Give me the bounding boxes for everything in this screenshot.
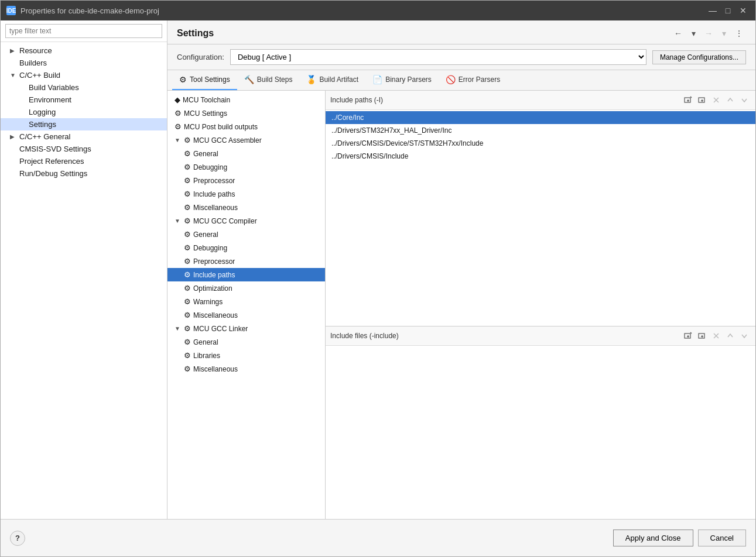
tool-tree-link-general[interactable]: ⚙ General [167, 335, 325, 349]
tool-tree-asm-debugging[interactable]: ⚙ Debugging [167, 160, 325, 174]
include-files-move-up-btn[interactable] [724, 329, 737, 342]
path-value-cmsis-device: ../Drivers/CMSIS/Device/ST/STM32H7xx/Inc… [331, 139, 483, 147]
tool-tree-comp-include-paths[interactable]: ⚙ Include paths [167, 268, 325, 281]
sidebar-item-cpp-build[interactable]: ▼ C/C++ Build [1, 69, 167, 81]
tool-tree-asm-misc[interactable]: ⚙ Miscellaneous [167, 201, 325, 214]
right-content: Include paths (-I) [326, 91, 755, 519]
comp-preprocessor-icon: ⚙ [184, 257, 191, 266]
config-select[interactable]: Debug [ Active ] [230, 49, 646, 65]
sidebar: ▶ Resource Builders ▼ C/C++ Build Build … [1, 20, 167, 519]
tool-tree-label-comp-general: General [193, 231, 218, 239]
tool-tree-mcu-gcc-compiler[interactable]: ▼ ⚙ MCU GCC Compiler [167, 214, 325, 228]
nav-back-dropdown-button[interactable]: ▾ [686, 26, 700, 40]
tool-tree-comp-preprocessor[interactable]: ⚙ Preprocessor [167, 255, 325, 268]
tab-error-parsers-label: Error Parsers [459, 75, 500, 84]
sidebar-item-label-build-vars: Build Variables [29, 83, 79, 92]
include-paths-move-down-btn[interactable] [738, 94, 751, 106]
toolchain-icon: ◆ [175, 95, 180, 104]
include-paths-header: Include paths (-I) [326, 91, 755, 110]
tool-tree-label-mcu-post-build: MCU Post build outputs [184, 123, 258, 131]
tool-tree-link-misc[interactable]: ⚙ Miscellaneous [167, 362, 325, 376]
tool-settings-icon: ⚙ [179, 75, 187, 84]
minimize-button[interactable]: — [706, 4, 719, 17]
include-paths-delete-btn[interactable] [710, 94, 723, 106]
nav-forward-dropdown-button[interactable]: ▾ [717, 26, 731, 40]
tab-binary-parsers[interactable]: 📄 Binary Parsers [365, 70, 439, 90]
sidebar-item-build-vars[interactable]: Build Variables [1, 81, 167, 94]
sidebar-item-cpp-general[interactable]: ▶ C/C++ General [1, 130, 167, 143]
nav-back-button[interactable]: ← [671, 26, 685, 40]
tab-build-steps[interactable]: 🔨 Build Steps [237, 70, 300, 90]
include-files-delete-btn[interactable] [710, 329, 723, 342]
tool-tree-mcu-toolchain[interactable]: ◆ MCU Toolchain [167, 93, 325, 106]
sidebar-item-project-refs[interactable]: Project References [1, 155, 167, 167]
include-files-add-workspace-btn[interactable] [696, 329, 709, 342]
tabs-row: ⚙ Tool Settings 🔨 Build Steps 🏅 Build Ar… [167, 70, 755, 91]
include-paths-move-up-btn[interactable] [724, 94, 737, 106]
sidebar-item-cmsis-svd[interactable]: CMSIS-SVD Settings [1, 143, 167, 155]
tool-tree-mcu-post-build[interactable]: ⚙ MCU Post build outputs [167, 120, 325, 133]
path-item-cmsis-device[interactable]: ../Drivers/CMSIS/Device/ST/STM32H7xx/Inc… [326, 137, 755, 150]
include-paths-section: Include paths (-I) [326, 91, 755, 326]
delete-icon [712, 96, 720, 104]
close-button[interactable]: ✕ [737, 4, 750, 17]
manage-configurations-button[interactable]: Manage Configurations... [652, 50, 746, 64]
tool-tree-comp-general[interactable]: ⚙ General [167, 228, 325, 241]
include-files-move-down-btn[interactable] [738, 329, 751, 342]
tool-tree-label-comp-debugging: Debugging [193, 244, 227, 252]
tool-tree-label-asm-general: General [193, 150, 218, 158]
path-item-cmsis-include[interactable]: ../Drivers/CMSIS/Include [326, 150, 755, 163]
tab-build-steps-label: Build Steps [257, 75, 293, 84]
sidebar-item-label-builders: Builders [19, 59, 47, 67]
help-button[interactable]: ? [10, 531, 25, 546]
nav-menu-button[interactable]: ⋮ [732, 26, 746, 40]
tool-tree-mcu-gcc-linker[interactable]: ▼ ⚙ MCU GCC Linker [167, 322, 325, 335]
tool-tree-link-libraries[interactable]: ⚙ Libraries [167, 349, 325, 362]
include-paths-add-external-btn[interactable] [682, 94, 695, 106]
comp-include-paths-icon: ⚙ [184, 270, 191, 279]
path-value-hal-driver: ../Drivers/STM32H7xx_HAL_Driver/Inc [331, 126, 451, 135]
filter-input[interactable] [5, 24, 162, 38]
tab-error-parsers[interactable]: 🚫 Error Parsers [439, 70, 507, 90]
apply-and-close-button[interactable]: Apply and Close [613, 530, 693, 546]
tool-tree-comp-optimization[interactable]: ⚙ Optimization [167, 281, 325, 295]
comp-optimization-icon: ⚙ [184, 284, 191, 293]
path-item-core-inc[interactable]: ../Core/Inc [326, 111, 755, 124]
tab-tool-settings[interactable]: ⚙ Tool Settings [172, 70, 237, 90]
tool-tree-asm-include-paths[interactable]: ⚙ Include paths [167, 187, 325, 201]
sidebar-item-resource[interactable]: ▶ Resource [1, 44, 167, 57]
tool-tree-comp-debugging[interactable]: ⚙ Debugging [167, 241, 325, 255]
expand-arrow-cpp-gen: ▶ [10, 133, 17, 140]
tool-tree-asm-general[interactable]: ⚙ General [167, 147, 325, 160]
cancel-button[interactable]: Cancel [698, 530, 746, 546]
sidebar-item-environment[interactable]: Environment [1, 94, 167, 106]
tool-tree-mcu-gcc-assembler[interactable]: ▼ ⚙ MCU GCC Assembler [167, 133, 325, 147]
tool-tree-asm-preprocessor[interactable]: ⚙ Preprocessor [167, 174, 325, 187]
include-paths-add-workspace-btn[interactable] [696, 94, 709, 106]
include-files-list [326, 346, 755, 519]
include-files-actions [682, 329, 751, 342]
path-item-hal-driver[interactable]: ../Drivers/STM32H7xx_HAL_Driver/Inc [326, 124, 755, 137]
include-files-add-external-btn[interactable] [682, 329, 695, 342]
sidebar-item-settings[interactable]: Settings [1, 118, 167, 130]
sidebar-item-builders[interactable]: Builders [1, 57, 167, 69]
tab-build-artifact[interactable]: 🏅 Build Artifact [299, 70, 365, 90]
files-move-up-icon [726, 332, 734, 340]
tool-tree-label-comp-optimization: Optimization [193, 284, 232, 293]
config-row: Configuration: Debug [ Active ] Manage C… [167, 44, 755, 70]
tool-tree-comp-misc[interactable]: ⚙ Miscellaneous [167, 308, 325, 322]
mcu-settings-icon: ⚙ [175, 109, 182, 118]
tool-tree-comp-warnings[interactable]: ⚙ Warnings [167, 295, 325, 308]
bottom-left: ? [10, 531, 25, 546]
tool-tree-list: ◆ MCU Toolchain ⚙ MCU Settings ⚙ MCU Pos… [167, 91, 325, 378]
tool-tree-label-asm-misc: Miscellaneous [193, 204, 238, 212]
mcu-gcc-assembler-icon: ⚙ [184, 136, 191, 145]
maximize-button[interactable]: □ [721, 4, 734, 17]
nav-forward-button[interactable]: → [702, 26, 716, 40]
tool-tree-label-comp-warnings: Warnings [193, 298, 223, 306]
link-libraries-icon: ⚙ [184, 351, 191, 360]
sidebar-item-run-debug[interactable]: Run/Debug Settings [1, 167, 167, 180]
sidebar-item-logging[interactable]: Logging [1, 106, 167, 118]
tool-tree-mcu-settings[interactable]: ⚙ MCU Settings [167, 106, 325, 120]
tab-tool-settings-label: Tool Settings [190, 75, 230, 84]
